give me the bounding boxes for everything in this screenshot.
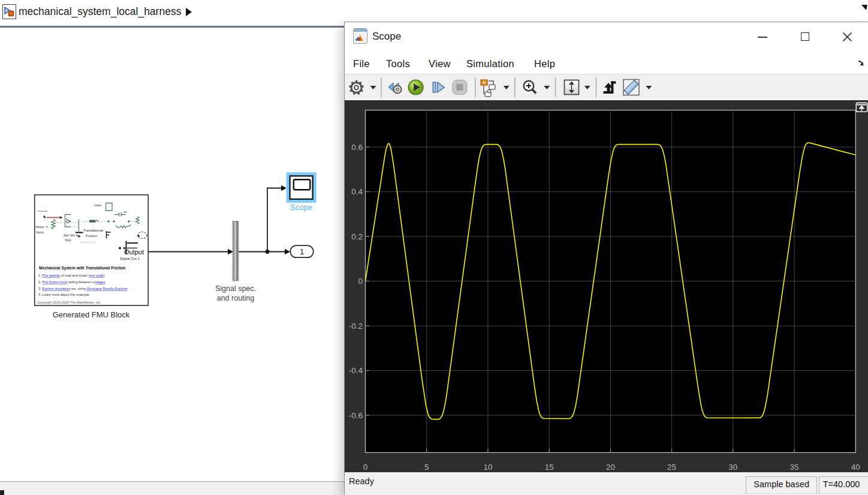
svg-text:0.6: 0.6 [351,143,363,152]
svg-text:Copyright 2016-2020 The MathWo: Copyright 2016-2020 The MathWorks, Inc. [37,301,101,304]
svg-text:s: s [44,215,46,219]
svg-text:0.2: 0.2 [351,232,363,241]
svg-text:20: 20 [606,463,615,472]
svg-text:1: 1 [300,247,304,256]
svg-text:2. Plot friction force acting: 2. Plot friction force acting between s/… [38,280,105,284]
svg-text:and routing: and routing [217,294,255,302]
svg-text:User: User [94,203,101,207]
svg-text:Generated FMU Block: Generated FMU Block [53,310,130,319]
svg-text:S(s): S(s) [65,238,71,242]
svg-text:Output: Output [124,248,144,256]
svg-text:0: 0 [363,463,368,472]
svg-text:15: 15 [545,463,554,472]
svg-text:Signal spec.: Signal spec. [215,284,256,293]
svg-text:1. Plot speeds of load and mot: 1. Plot speeds of load and motor (see co… [38,274,104,277]
svg-text:5: 5 [424,463,429,472]
svg-text:Veloc. =: Veloc. = [35,225,48,229]
svg-text:-0.4: -0.4 [349,366,363,375]
svg-text:Mechanical System with Transla: Mechanical System with Translational Fri… [39,266,125,271]
svg-text:25: 25 [667,463,676,472]
svg-text:Set Vel. ▸: Set Vel. ▸ [64,233,79,237]
svg-text:Scope: Scope [290,203,312,212]
svg-text:30: 30 [728,463,737,472]
svg-text:-0.6: -0.6 [349,411,363,420]
svg-text:Friction: Friction [86,234,97,238]
svg-text:10: 10 [483,463,492,472]
svg-text:40: 40 [851,463,860,472]
svg-text:0: 0 [358,277,363,286]
svg-text:35: 35 [790,463,799,472]
svg-text:Input: Input [36,230,44,234]
svg-text:Digital Out 1: Digital Out 1 [120,257,140,260]
svg-text:Translational: Translational [83,229,103,232]
svg-text:4. Learn more about this examp: 4. Learn more about this example [38,293,89,296]
svg-text:-0.2: -0.2 [349,322,363,331]
svg-text:3. Explore simulation res. usi: 3. Explore simulation res. using Simscap… [38,287,128,290]
svg-text:0.4: 0.4 [351,187,363,196]
